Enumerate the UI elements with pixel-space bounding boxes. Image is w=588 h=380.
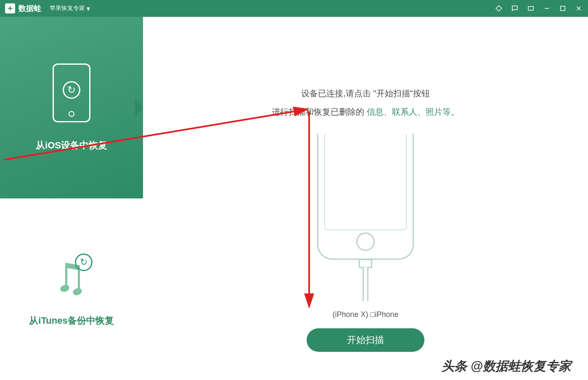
sidebar-item-recover-itunes[interactable]: ↻ 从iTunes备份中恢复 (0, 198, 143, 380)
minimize-icon[interactable] (543, 4, 551, 13)
svg-rect-0 (528, 7, 533, 11)
music-refresh-icon: ↻ (48, 251, 95, 298)
phone-illustration (311, 134, 420, 285)
start-scan-button[interactable]: 开始扫描 (307, 328, 424, 352)
watermark-text: 头条 @数据蛙恢复专家 (442, 358, 571, 375)
sidebar-item-label: 从iTunes备份中恢复 (29, 314, 114, 327)
sidebar-item-label: 从iOS设备中恢复 (36, 139, 107, 152)
app-subtitle: 苹果恢复专家 (50, 5, 85, 12)
sidebar-item-recover-ios[interactable]: 从iOS设备中恢复 (0, 17, 143, 198)
svg-rect-2 (561, 6, 565, 11)
window-icon[interactable] (527, 4, 535, 13)
brand-name: 数据蛙 (19, 3, 41, 13)
brand-plus-icon (5, 3, 15, 13)
brand-area: 数据蛙 (5, 3, 41, 13)
dropdown-caret-icon[interactable]: ▾ (87, 5, 90, 13)
instruction-text: 设备已连接,请点击 "开始扫描"按钮 进行扫描和恢复已删除的 信息、联系人、照片… (272, 84, 459, 121)
window-controls (495, 4, 583, 13)
titlebar: 数据蛙 苹果恢复专家 ▾ (0, 0, 588, 17)
close-icon[interactable] (575, 4, 583, 13)
diamond-icon[interactable] (495, 4, 503, 13)
maximize-icon[interactable] (559, 4, 567, 13)
phone-sync-icon (53, 63, 90, 122)
chat-icon[interactable] (511, 4, 519, 13)
main-panel: 设备已连接,请点击 "开始扫描"按钮 进行扫描和恢复已删除的 信息、联系人、照片… (143, 17, 588, 380)
sidebar: 从iOS设备中恢复 ↻ 从iTunes备份中恢复 (0, 17, 143, 380)
connected-device-label: (iPhone X) □iPhone (333, 310, 399, 319)
